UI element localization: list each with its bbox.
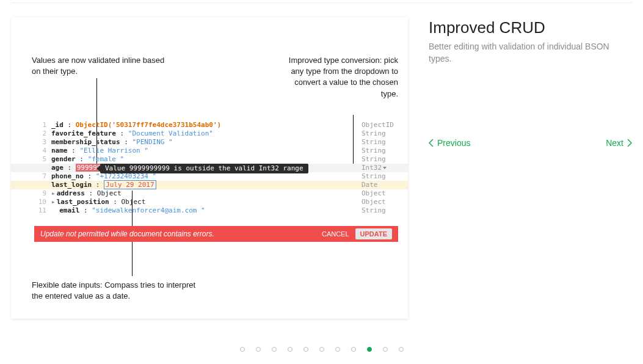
type-label: String (361, 206, 398, 215)
side-panel: Improved CRUD Better editing with valida… (429, 17, 632, 319)
annotation-bottom: Flexible date inputs: Compass tries to i… (32, 280, 203, 302)
line-number: 1 (34, 121, 51, 129)
previous-label: Previous (437, 138, 470, 148)
tour-dot[interactable] (272, 347, 277, 352)
tour-dots (0, 347, 643, 352)
expand-icon[interactable]: ▸ (51, 189, 57, 197)
doc-row-lastlogin[interactable]: 8 last_login : July 29 2017 Date (11, 181, 408, 189)
document-view: 1 _id : ObjectID('50317ff7fe4dce3731b54a… (34, 121, 398, 215)
feature-title: Improved CRUD (429, 18, 632, 37)
code-line: ▸last_position : Object (51, 198, 361, 206)
doc-row: 10 ▸last_position : Object Object (34, 198, 398, 206)
type-label: String (361, 155, 398, 164)
line-number: 3 (34, 138, 51, 147)
line-number: 4 (34, 147, 51, 155)
tour-dot[interactable] (288, 347, 292, 352)
doc-row: 3 membership_status : "PENDING " String (34, 138, 398, 147)
doc-row: 7 phone_no : "+17232403234 " String (34, 172, 398, 181)
line-number: 7 (34, 172, 51, 181)
chevron-right-icon (627, 139, 632, 147)
doc-row: 9 ▸address : Object Object (34, 189, 398, 198)
type-dropdown[interactable]: Int32 (361, 164, 398, 172)
line-number: 11 (34, 206, 51, 215)
doc-row: 2 favorite_feature : "Document Validatio… (34, 129, 398, 138)
tour-dot[interactable] (383, 347, 388, 352)
code-line: ▸address : Object (51, 189, 361, 198)
chevron-down-icon (383, 167, 387, 169)
main-container: Values are now validated inline based on… (0, 0, 643, 319)
feature-card: Values are now validated inline based on… (11, 17, 408, 319)
tour-dot[interactable] (319, 347, 324, 352)
annotation-top-right: Improved type conversion: pick any type … (276, 55, 398, 100)
tour-dot[interactable] (399, 347, 404, 352)
tour-dot[interactable] (240, 347, 245, 352)
type-label: String (361, 138, 398, 147)
code-line: email : "sidewalkenforcer4@aim.com " (51, 206, 361, 215)
doc-row: 5 gender : "female " String (34, 155, 398, 164)
line-number: 2 (34, 129, 51, 138)
doc-row: 11 email : "sidewalkenforcer4@aim.com " … (34, 206, 398, 215)
error-bar: Update not permitted while document cont… (34, 226, 398, 242)
code-line: _id : ObjectID('50317ff7fe4dce3731b54ab0… (51, 121, 361, 129)
line-number: 10 (34, 198, 51, 206)
doc-row: 4 name : "Ellie Harrison " String (34, 147, 398, 155)
feature-subtitle: Better editing with validation of indivi… (429, 41, 632, 65)
code-line: phone_no : "+17232403234 " (51, 172, 361, 181)
annotation-top-left: Values are now validated inline based on… (32, 55, 166, 77)
type-label: Object (361, 198, 398, 206)
type-label: String (361, 172, 398, 181)
tour-dot[interactable] (351, 347, 356, 352)
chevron-left-icon (429, 139, 434, 147)
code-line: name : "Ellie Harrison " (51, 147, 361, 155)
next-button[interactable]: Next (606, 138, 632, 148)
type-label: Object (361, 189, 398, 198)
code-line: membership_status : "PENDING " (51, 138, 361, 147)
pager: Previous Next (429, 138, 632, 148)
tour-dot[interactable] (367, 347, 372, 352)
cancel-button[interactable]: CANCEL (322, 230, 349, 238)
type-label: ObjectID (361, 121, 398, 129)
expand-icon[interactable]: ▸ (51, 198, 57, 206)
type-label: Date (361, 181, 398, 189)
update-button[interactable]: UPDATE (355, 228, 392, 239)
line-number: 9 (34, 189, 51, 198)
tour-dot[interactable] (303, 347, 308, 352)
next-label: Next (606, 138, 623, 148)
type-label: String (361, 147, 398, 155)
tour-dot[interactable] (335, 347, 340, 352)
type-label: String (361, 129, 398, 138)
line-number: 5 (34, 155, 51, 164)
previous-button[interactable]: Previous (429, 138, 470, 148)
tour-dot[interactable] (256, 347, 261, 352)
date-input-value[interactable]: July 29 2017 (104, 180, 156, 189)
code-line: favorite_feature : "Document Validation" (51, 129, 361, 138)
code-line: last_login : July 29 2017 (51, 181, 361, 189)
top-divider (11, 2, 632, 3)
doc-row-age-error[interactable]: ↺ + age : 9999999999 Int32 Value 9999999… (11, 164, 408, 172)
error-message: Update not permitted while document cont… (40, 230, 322, 238)
doc-row-id: 1 _id : ObjectID('50317ff7fe4dce3731b54a… (34, 121, 398, 129)
code-line: gender : "female " (51, 155, 361, 164)
